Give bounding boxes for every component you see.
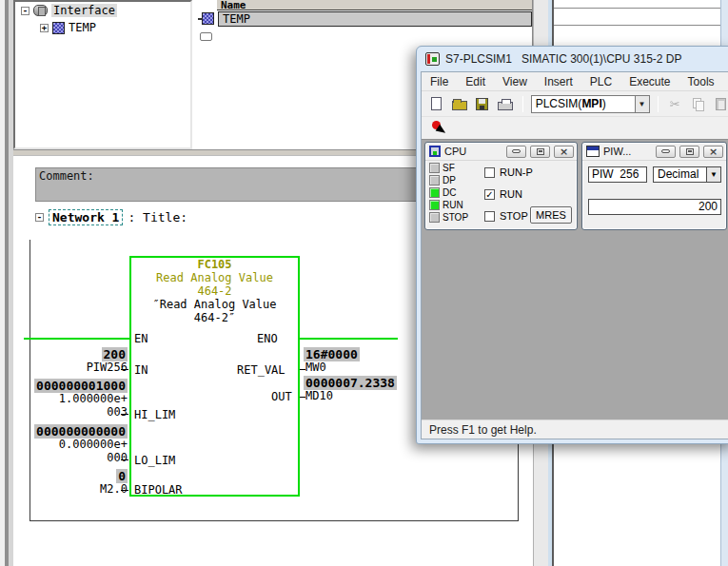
close-button[interactable]: × — [703, 146, 723, 158]
print-icon — [498, 102, 513, 110]
mres-button[interactable]: MRES — [530, 206, 572, 224]
copy-icon — [693, 98, 703, 109]
tree-item-temp[interactable]: + TEMP — [40, 21, 96, 34]
operand-hi-lim-line2[interactable]: 003 — [30, 406, 128, 419]
collapse-icon[interactable]: - — [21, 7, 30, 15]
tree-item-label[interactable]: TEMP — [69, 21, 96, 34]
row-marker-temp-icon — [202, 12, 214, 25]
pin-en: EN — [134, 332, 148, 345]
led-sf: SF — [429, 163, 455, 173]
checkbox-run-p[interactable]: RUN-P — [484, 166, 533, 178]
status-bar: Press F1 to get Help. — [422, 420, 728, 439]
new-document-icon — [431, 97, 442, 110]
menu-execute[interactable]: Execute — [620, 75, 679, 88]
chevron-down-icon[interactable]: ▼ — [635, 96, 649, 112]
network-interface-combo[interactable]: PLCSIM(MPI) ▼ — [531, 95, 650, 113]
restore-button[interactable] — [530, 146, 550, 158]
checkbox-run[interactable]: ✓ RUN — [484, 188, 522, 200]
copy-button[interactable] — [689, 95, 707, 113]
tree-item-label[interactable]: Interface — [51, 4, 117, 17]
block-type-line1: Read Analog Value — [129, 271, 300, 284]
close-button[interactable]: × — [554, 146, 574, 158]
operand-ret-val[interactable]: MW0 — [305, 361, 326, 374]
monitor-value-ret-val: 16#0000 — [304, 348, 360, 361]
paste-button[interactable] — [712, 95, 728, 113]
cpu-title-bar[interactable]: CPU × — [425, 143, 577, 161]
print-button[interactable] — [497, 95, 515, 113]
monitor-value-lo-lim: 000000000000 — [30, 425, 128, 438]
power-toggle-button[interactable] — [429, 119, 448, 137]
interface-icon — [33, 5, 48, 16]
menu-window[interactable]: Window — [723, 75, 728, 88]
piw-title-bar[interactable]: PIW... × — [582, 143, 726, 161]
operand-lo-lim-line1[interactable]: 0.000000e+ — [30, 439, 128, 451]
operand-in[interactable]: PIW256 — [30, 361, 128, 374]
tree-item-interface[interactable]: - Interface — [21, 4, 117, 17]
scissors-icon: ✂ — [670, 97, 680, 111]
pin-out: OUT — [271, 390, 292, 403]
menu-tools[interactable]: Tools — [679, 75, 723, 88]
checkbox-stop[interactable]: STOP — [484, 210, 528, 222]
menu-bar: File Edit View Insert PLC Execute Tools … — [422, 72, 728, 91]
pin-hi-lim: HI_LIM — [134, 408, 175, 421]
menu-view[interactable]: View — [494, 75, 536, 88]
window-title: S7-PLCSIM1 SIMATIC 300(1)\CPU 315-2 DP — [445, 52, 682, 66]
save-button[interactable] — [473, 95, 491, 113]
power-cursor-icon — [431, 121, 447, 136]
table-row-temp[interactable]: TEMP — [218, 11, 532, 27]
collapse-icon[interactable]: - — [35, 213, 44, 222]
pin-eno: ENO — [257, 332, 278, 345]
operand-lo-lim-line2[interactable]: 000 — [30, 452, 128, 464]
row-divider — [554, 8, 720, 9]
connector — [121, 369, 128, 370]
led-dp: DP — [429, 175, 456, 185]
network-label[interactable]: Network 1 — [49, 209, 123, 225]
minimize-icon — [661, 149, 670, 153]
restore-button[interactable] — [679, 146, 699, 158]
checkbox-checked[interactable]: ✓ — [484, 189, 495, 200]
menu-insert[interactable]: Insert — [536, 75, 581, 88]
expand-icon[interactable]: + — [40, 24, 49, 32]
menu-edit[interactable]: Edit — [457, 75, 494, 88]
close-icon: × — [560, 146, 568, 157]
operand-hi-lim-line1[interactable]: 1.000000e+ — [30, 393, 128, 405]
network-title-suffix: : Title: — [128, 210, 187, 224]
title-bar[interactable]: S7-PLCSIM1 SIMATIC 300(1)\CPU 315-2 DP — [417, 47, 728, 71]
block-header: FC105 Read Analog Value 464-2 ″Read Anal… — [129, 258, 300, 324]
format-combo[interactable]: Decimal ▼ — [653, 166, 721, 183]
cut-button[interactable]: ✂ — [666, 95, 684, 113]
connector — [121, 490, 128, 491]
cpu-title: CPU — [444, 146, 466, 157]
minimize-button[interactable] — [506, 146, 526, 158]
open-button[interactable] — [450, 95, 468, 113]
power-rail-left — [24, 338, 130, 340]
checkbox[interactable] — [484, 211, 495, 222]
open-folder-icon — [452, 101, 467, 110]
chevron-down-icon[interactable]: ▼ — [706, 167, 720, 182]
connector — [300, 369, 305, 370]
cpu-module-icon — [429, 146, 441, 157]
new-button[interactable] — [427, 95, 445, 113]
connector — [121, 459, 128, 460]
main-toolbar: PLCSIM(MPI) ▼ ✂ — [422, 91, 728, 116]
led-indicator — [429, 212, 440, 223]
close-icon: × — [709, 146, 718, 157]
menu-plc[interactable]: PLC — [581, 75, 620, 88]
plcsim-app-icon[interactable] — [425, 52, 440, 66]
monitor-value-hi-lim: 000000001000 — [30, 380, 128, 392]
minimize-button[interactable] — [656, 146, 676, 158]
mdi-client-area: CPU × SF DP DC — [422, 139, 728, 420]
checkbox[interactable] — [484, 167, 495, 178]
menu-file[interactable]: File — [422, 75, 457, 88]
block-type-line2: 464-2 — [129, 284, 300, 298]
operand-bipolar[interactable]: M2.0 — [30, 483, 128, 496]
led-stop: STOP — [429, 212, 468, 223]
restore-icon — [537, 148, 544, 155]
value-input[interactable]: 200 — [588, 199, 721, 215]
column-header-name[interactable]: Name — [217, 0, 532, 10]
plcsim-window: S7-PLCSIM1 SIMATIC 300(1)\CPU 315-2 DP F… — [416, 46, 728, 444]
address-input[interactable]: PIW 256 — [588, 166, 647, 183]
operand-out[interactable]: MD10 — [305, 390, 333, 402]
save-floppy-icon — [476, 98, 488, 110]
led-dc: DC — [429, 187, 456, 198]
